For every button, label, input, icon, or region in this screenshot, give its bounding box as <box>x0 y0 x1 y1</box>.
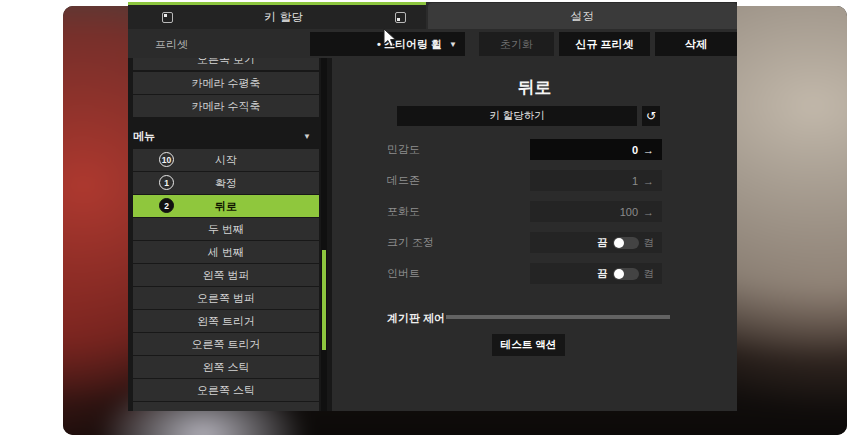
increase-arrow-icon[interactable]: → <box>643 144 654 156</box>
list-item-clipped[interactable] <box>133 402 319 411</box>
assign-key-button[interactable]: 키 할당하기 <box>397 106 637 126</box>
saturation-value: 100 <box>620 206 638 218</box>
list-item-left-trigger[interactable]: 왼쪽 트리거 <box>133 310 319 332</box>
list-item-start[interactable]: 10 시작 <box>133 149 319 171</box>
increase-arrow-icon[interactable]: → <box>643 206 654 218</box>
deadzone-field[interactable]: 1 → <box>530 170 662 191</box>
button-10-badge: 10 <box>159 152 174 167</box>
sensitivity-value: 0 <box>632 144 638 156</box>
list-item-back-selected[interactable]: 2 뒤로 <box>133 195 319 217</box>
list-item-confirm[interactable]: 1 확정 <box>133 172 319 194</box>
toggle-on-label: 켬 <box>644 267 655 281</box>
invert-label: 인버트 <box>387 263 527 284</box>
action-list: 오른쪽 보기 카메라 수평축 카메라 수직축 메뉴 ▼ 10 시작 1 확정 2 <box>128 58 332 411</box>
sensitivity-label: 민감도 <box>387 139 527 160</box>
deadzone-label: 데드존 <box>387 170 527 191</box>
list-item-left-bumper[interactable]: 왼쪽 범퍼 <box>133 264 319 286</box>
sensitivity-field[interactable]: 0 → <box>530 139 662 160</box>
invert-toggle-field[interactable]: 끔 켬 <box>530 263 662 284</box>
tab-settings[interactable]: 설정 <box>428 3 737 29</box>
undo-icon: ↺ <box>646 109 656 123</box>
preset-toolbar: 프리셋 • 스티어링 휠 ▼ 초기화 신규 프리셋 삭제 <box>128 29 737 58</box>
list-item-look-right-partial[interactable]: 오른쪽 보기 <box>133 58 319 70</box>
menu-section-header[interactable]: 메뉴 ▼ <box>133 125 319 147</box>
dashboard-control-label: 계기판 제어 <box>387 308 445 328</box>
scaling-toggle-field[interactable]: 끔 켬 <box>530 232 662 253</box>
toggle-switch[interactable] <box>613 268 639 280</box>
toggle-on-label: 켬 <box>644 236 655 250</box>
tab-settings-label: 설정 <box>571 9 595 24</box>
preset-delete-button[interactable]: 삭제 <box>655 32 737 56</box>
preset-reset-button[interactable]: 초기화 <box>479 32 554 56</box>
saturation-field[interactable]: 100 → <box>530 201 662 222</box>
list-scrollbar-track[interactable] <box>321 58 327 411</box>
reset-binding-button[interactable]: ↺ <box>642 106 660 126</box>
chevron-down-icon: ▼ <box>449 40 457 49</box>
mouse-cursor <box>383 28 397 48</box>
toggle-switch[interactable] <box>613 237 639 249</box>
chevron-down-icon: ▼ <box>303 132 311 141</box>
list-item-left-stick[interactable]: 왼쪽 스틱 <box>133 356 319 378</box>
action-detail-panel: 뒤로 키 할당하기 ↺ 민감도 0 → 데드존 1 → 포화도 100 → 크기… <box>332 58 737 411</box>
button-1-badge: 1 <box>159 175 174 190</box>
saturation-label: 포화도 <box>387 201 527 222</box>
scaling-label: 크기 조정 <box>387 232 527 253</box>
list-scrollbar-thumb[interactable] <box>322 250 326 350</box>
list-item-right-bumper[interactable]: 오른쪽 범퍼 <box>133 287 319 309</box>
list-item-right-stick[interactable]: 오른쪽 스틱 <box>133 379 319 401</box>
input-settings-panel: 키 할당 설정 프리셋 • 스티어링 휠 ▼ 초기화 신규 프리셋 삭제 오른쪽… <box>128 2 737 411</box>
page-title: 뒤로 <box>332 76 737 99</box>
button-2-badge: 2 <box>159 198 174 213</box>
preset-label: 프리셋 <box>155 37 188 52</box>
preset-new-button[interactable]: 신규 프리셋 <box>559 32 650 56</box>
list-item-camera-vertical[interactable]: 카메라 수직축 <box>133 95 319 117</box>
dashboard-control-slider[interactable] <box>446 315 670 319</box>
list-item-camera-horizontal[interactable]: 카메라 수평축 <box>133 72 319 94</box>
toggle-knob <box>614 269 624 279</box>
increase-arrow-icon[interactable]: → <box>643 175 654 187</box>
list-item-right-trigger[interactable]: 오른쪽 트리거 <box>133 333 319 355</box>
toggle-knob <box>614 238 624 248</box>
screen: 키 할당 설정 프리셋 • 스티어링 휠 ▼ 초기화 신규 프리셋 삭제 오른쪽… <box>0 0 860 440</box>
tab-key-assign[interactable]: 키 할당 <box>128 5 426 29</box>
keyboard-device-icon <box>162 12 173 23</box>
toggle-off-label: 끔 <box>597 236 608 250</box>
tab-key-assign-label: 키 할당 <box>173 10 395 25</box>
deadzone-value: 1 <box>632 175 638 187</box>
test-action-button[interactable]: 테스트 액션 <box>492 334 565 356</box>
list-item-third[interactable]: 세 번째 <box>133 241 319 263</box>
gamepad-device-icon <box>395 12 406 23</box>
list-item-second[interactable]: 두 번째 <box>133 218 319 240</box>
toggle-off-label: 끔 <box>597 267 608 281</box>
